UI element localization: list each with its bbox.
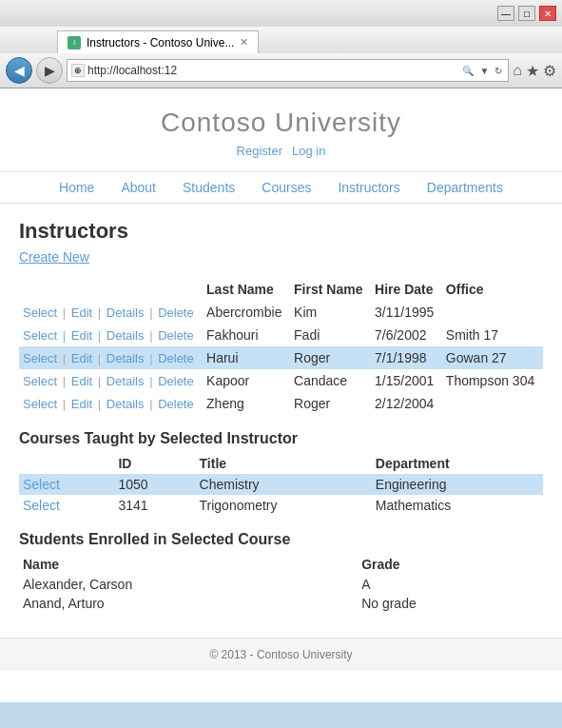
instructor-delete-0[interactable]: Delete: [158, 305, 194, 320]
refresh-icon[interactable]: ↻: [493, 66, 504, 76]
students-section-title: Students Enrolled in Selected Course: [19, 531, 543, 548]
tab-favicon: I: [68, 36, 81, 49]
instructor-select-4[interactable]: Select: [23, 397, 57, 411]
instructor-delete-2[interactable]: Delete: [158, 351, 194, 365]
courses-header-dept: Department: [372, 453, 543, 474]
instructor-row-2: Select | Edit | Details | DeleteHaruiRog…: [19, 346, 543, 369]
instructor-details-4[interactable]: Details: [107, 397, 145, 411]
instructor-hire-date-1: 7/6/2002: [371, 324, 442, 346]
instructor-office-0: [442, 301, 543, 324]
instructor-first-name-2: Roger: [290, 346, 371, 369]
instructor-row-1: Select | Edit | Details | DeleteFakhouri…: [19, 324, 543, 346]
instructor-hire-date-4: 2/12/2004: [371, 392, 442, 415]
instructor-actions-3: Select | Edit | Details | Delete: [19, 369, 203, 392]
students-header-grade: Grade: [358, 554, 543, 575]
header-actions: [19, 278, 203, 301]
instructor-first-name-4: Roger: [290, 392, 371, 415]
nav-courses[interactable]: Courses: [262, 180, 311, 195]
tab-bar: I Instructors - Contoso Unive... ✕: [0, 27, 562, 53]
course-title-1: Trigonometry: [196, 495, 372, 516]
back-button[interactable]: ◀: [6, 57, 32, 84]
nav-home[interactable]: Home: [59, 180, 94, 195]
instructor-last-name-2: Harui: [203, 346, 290, 369]
nav-menu: Home About Students Courses Instructors …: [0, 171, 562, 204]
instructor-first-name-0: Kim: [290, 301, 371, 324]
instructor-details-3[interactable]: Details: [107, 374, 145, 388]
tab-close-button[interactable]: ✕: [240, 36, 248, 49]
create-new-link[interactable]: Create New: [19, 249, 89, 265]
favorites-icon[interactable]: ★: [526, 62, 539, 80]
instructor-details-0[interactable]: Details: [107, 305, 145, 320]
nav-about[interactable]: About: [121, 180, 156, 195]
browser-tab[interactable]: I Instructors - Contoso Unive... ✕: [57, 30, 259, 53]
student-row-0: Alexander, CarsonA: [19, 575, 543, 594]
instructor-edit-1[interactable]: Edit: [71, 328, 92, 343]
course-id-0: 1050: [114, 474, 195, 495]
courses-table: ID Title Department Select1050ChemistryE…: [19, 453, 543, 516]
header-office: Office: [442, 278, 543, 301]
address-controls: 🔍 ▼ ↻: [460, 66, 504, 76]
student-name-1: Anand, Arturo: [19, 594, 358, 613]
instructor-last-name-3: Kapoor: [203, 369, 290, 392]
instructor-actions-4: Select | Edit | Details | Delete: [19, 392, 203, 415]
instructor-delete-4[interactable]: Delete: [158, 397, 194, 411]
header-last-name: Last Name: [203, 278, 290, 301]
search-icon[interactable]: 🔍: [460, 66, 475, 76]
student-grade-0: A: [358, 575, 543, 594]
address-text: http://localhost:12: [87, 64, 457, 77]
tab-label: Instructors - Contoso Unive...: [87, 36, 234, 49]
footer-text: © 2013 - Contoso University: [209, 648, 352, 661]
instructor-edit-4[interactable]: Edit: [71, 397, 92, 411]
header-hire-date: Hire Date: [371, 278, 442, 301]
instructor-last-name-4: Zheng: [203, 392, 290, 415]
instructor-row-3: Select | Edit | Details | DeleteKapoorCa…: [19, 369, 543, 392]
instructor-last-name-0: Abercrombie: [203, 301, 290, 324]
instructor-delete-1[interactable]: Delete: [158, 328, 194, 343]
course-row-1: Select3141TrigonometryMathematics: [19, 495, 543, 516]
instructor-edit-2[interactable]: Edit: [71, 351, 92, 365]
instructor-delete-3[interactable]: Delete: [158, 374, 194, 388]
instructor-select-1[interactable]: Select: [23, 328, 57, 343]
dropdown-icon[interactable]: ▼: [477, 66, 491, 76]
instructor-select-2[interactable]: Select: [23, 351, 57, 365]
auth-links: Register Log in: [0, 144, 562, 158]
header-first-name: First Name: [290, 278, 371, 301]
home-icon[interactable]: ⌂: [513, 62, 522, 79]
instructor-select-3[interactable]: Select: [23, 374, 57, 388]
address-bar[interactable]: ⊕ http://localhost:12 🔍 ▼ ↻: [67, 59, 509, 82]
settings-icon[interactable]: ⚙: [543, 62, 556, 80]
nav-departments[interactable]: Departments: [427, 180, 503, 195]
browser-chrome: — □ ✕ I Instructors - Contoso Unive... ✕…: [0, 0, 562, 89]
page-heading: Instructors: [19, 219, 543, 244]
students-header-name: Name: [19, 554, 358, 575]
minimize-button[interactable]: —: [497, 6, 514, 21]
maximize-button[interactable]: □: [518, 6, 535, 21]
close-button[interactable]: ✕: [539, 6, 556, 21]
instructor-select-0[interactable]: Select: [23, 305, 57, 320]
courses-header-id: ID: [114, 453, 195, 474]
course-department-1: Mathematics: [372, 495, 543, 516]
nav-instructors[interactable]: Instructors: [338, 180, 399, 195]
students-section: Students Enrolled in Selected Course Nam…: [19, 531, 543, 613]
instructor-edit-0[interactable]: Edit: [71, 305, 92, 320]
instructor-first-name-3: Candace: [290, 369, 371, 392]
courses-header-row: ID Title Department: [19, 453, 543, 474]
instructor-first-name-1: Fadi: [290, 324, 371, 346]
courses-header-title: Title: [196, 453, 372, 474]
instructor-details-1[interactable]: Details: [107, 328, 145, 343]
login-link[interactable]: Log in: [292, 144, 325, 158]
instructor-hire-date-2: 7/1/1998: [371, 346, 442, 369]
forward-button[interactable]: ▶: [36, 57, 63, 84]
instructor-row-0: Select | Edit | Details | DeleteAbercrom…: [19, 301, 543, 324]
instructor-details-2[interactable]: Details: [107, 351, 145, 365]
student-grade-1: No grade: [358, 594, 543, 613]
page-content: Instructors Create New Last Name First N…: [0, 204, 562, 628]
register-link[interactable]: Register: [237, 144, 282, 158]
instructor-edit-3[interactable]: Edit: [71, 374, 92, 388]
nav-students[interactable]: Students: [183, 180, 235, 195]
instructor-row-4: Select | Edit | Details | DeleteZhengRog…: [19, 392, 543, 415]
course-select-1[interactable]: Select: [23, 498, 60, 513]
course-select-0[interactable]: Select: [23, 477, 60, 492]
site-title: Contoso University: [0, 108, 562, 138]
instructor-hire-date-3: 1/15/2001: [371, 369, 442, 392]
